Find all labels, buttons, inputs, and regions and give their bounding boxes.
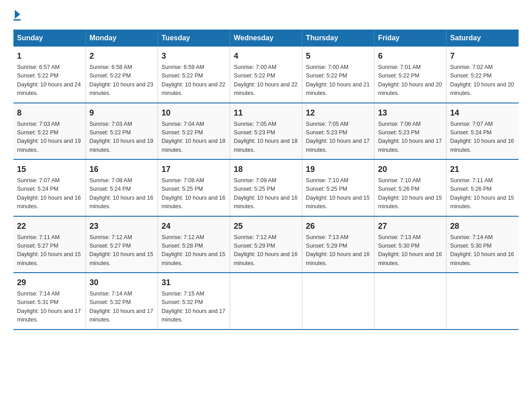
day-number: 22 [17,220,82,232]
calendar-cell: 29Sunrise: 7:14 AMSunset: 5:31 PMDayligh… [13,273,86,330]
day-number: 26 [306,220,370,232]
day-number: 14 [450,107,515,119]
day-info: Sunrise: 7:11 AMSunset: 5:26 PMDaylight:… [450,176,515,211]
calendar-cell [446,273,519,330]
day-number: 3 [162,50,226,62]
calendar-cell: 15Sunrise: 7:07 AMSunset: 5:24 PMDayligh… [13,159,86,216]
day-info: Sunrise: 6:57 AMSunset: 5:22 PMDaylight:… [17,63,82,98]
day-info: Sunrise: 6:58 AMSunset: 5:22 PMDaylight:… [90,63,154,98]
day-info: Sunrise: 7:08 AMSunset: 5:24 PMDaylight:… [90,176,154,211]
day-number: 27 [378,220,442,232]
calendar-cell: 11Sunrise: 7:05 AMSunset: 5:23 PMDayligh… [230,103,302,160]
day-number: 21 [450,163,515,176]
calendar-cell: 20Sunrise: 7:10 AMSunset: 5:26 PMDayligh… [374,159,446,216]
day-info: Sunrise: 7:07 AMSunset: 5:24 PMDaylight:… [17,176,82,211]
day-info: Sunrise: 7:13 AMSunset: 5:29 PMDaylight:… [306,233,370,268]
day-info: Sunrise: 7:07 AMSunset: 5:24 PMDaylight:… [450,120,515,155]
calendar-cell: 12Sunrise: 7:05 AMSunset: 5:23 PMDayligh… [302,103,374,160]
day-info: Sunrise: 7:02 AMSunset: 5:22 PMDaylight:… [450,63,515,98]
day-info: Sunrise: 7:14 AMSunset: 5:30 PMDaylight:… [450,233,515,268]
day-number: 11 [234,107,298,119]
calendar-cell: 30Sunrise: 7:14 AMSunset: 5:32 PMDayligh… [86,273,158,330]
calendar-cell: 26Sunrise: 7:13 AMSunset: 5:29 PMDayligh… [302,216,374,273]
day-number: 7 [450,50,515,62]
calendar-cell: 27Sunrise: 7:13 AMSunset: 5:30 PMDayligh… [374,216,446,273]
day-info: Sunrise: 7:04 AMSunset: 5:22 PMDaylight:… [162,120,226,155]
day-number: 28 [450,220,515,232]
page-header [13,9,519,21]
day-number: 1 [17,50,82,62]
day-info: Sunrise: 7:10 AMSunset: 5:26 PMDaylight:… [378,176,442,211]
calendar-cell: 17Sunrise: 7:08 AMSunset: 5:25 PMDayligh… [158,159,230,216]
calendar-cell [374,273,446,330]
day-info: Sunrise: 7:06 AMSunset: 5:23 PMDaylight:… [378,120,442,155]
day-number: 16 [90,163,154,176]
calendar-cell: 9Sunrise: 7:03 AMSunset: 5:22 PMDaylight… [86,103,158,160]
calendar-cell: 19Sunrise: 7:10 AMSunset: 5:25 PMDayligh… [302,159,374,216]
day-info: Sunrise: 7:14 AMSunset: 5:31 PMDaylight:… [17,290,82,325]
calendar-cell: 3Sunrise: 6:59 AMSunset: 5:22 PMDaylight… [158,47,230,103]
header-monday: Monday [86,30,158,47]
calendar-cell: 1Sunrise: 6:57 AMSunset: 5:22 PMDaylight… [13,47,86,103]
day-number: 8 [17,107,82,119]
calendar-cell: 22Sunrise: 7:11 AMSunset: 5:27 PMDayligh… [13,216,86,273]
day-info: Sunrise: 6:59 AMSunset: 5:22 PMDaylight:… [162,63,226,98]
calendar-cell: 28Sunrise: 7:14 AMSunset: 5:30 PMDayligh… [446,216,519,273]
day-info: Sunrise: 7:03 AMSunset: 5:22 PMDaylight:… [17,120,82,155]
day-info: Sunrise: 7:15 AMSunset: 5:32 PMDaylight:… [162,290,226,325]
day-info: Sunrise: 7:01 AMSunset: 5:22 PMDaylight:… [378,63,442,98]
calendar-cell: 13Sunrise: 7:06 AMSunset: 5:23 PMDayligh… [374,103,446,160]
week-row-4: 22Sunrise: 7:11 AMSunset: 5:27 PMDayligh… [13,216,519,273]
calendar-cell: 7Sunrise: 7:02 AMSunset: 5:22 PMDaylight… [446,47,519,103]
day-number: 6 [378,50,442,62]
calendar-header-row: SundayMondayTuesdayWednesdayThursdayFrid… [13,30,519,47]
day-number: 2 [90,50,154,62]
week-row-2: 8Sunrise: 7:03 AMSunset: 5:22 PMDaylight… [13,103,519,160]
day-number: 20 [378,163,442,176]
calendar-cell: 31Sunrise: 7:15 AMSunset: 5:32 PMDayligh… [158,273,230,330]
day-number: 30 [90,277,154,289]
day-number: 29 [17,277,82,289]
calendar-cell: 4Sunrise: 7:00 AMSunset: 5:22 PMDaylight… [230,47,302,103]
day-info: Sunrise: 7:08 AMSunset: 5:25 PMDaylight:… [162,176,226,211]
calendar-cell: 2Sunrise: 6:58 AMSunset: 5:22 PMDaylight… [86,47,158,103]
day-number: 17 [162,163,226,176]
calendar-cell: 25Sunrise: 7:12 AMSunset: 5:29 PMDayligh… [230,216,302,273]
header-thursday: Thursday [302,30,374,47]
day-number: 10 [162,107,226,119]
header-saturday: Saturday [446,30,519,47]
calendar-cell: 16Sunrise: 7:08 AMSunset: 5:24 PMDayligh… [86,159,158,216]
logo-blue-text [13,19,21,21]
calendar-cell: 6Sunrise: 7:01 AMSunset: 5:22 PMDaylight… [374,47,446,103]
day-number: 9 [90,107,154,119]
calendar-cell: 21Sunrise: 7:11 AMSunset: 5:26 PMDayligh… [446,159,519,216]
calendar-cell [230,273,302,330]
calendar-cell [302,273,374,330]
day-info: Sunrise: 7:13 AMSunset: 5:30 PMDaylight:… [378,233,442,268]
day-info: Sunrise: 7:12 AMSunset: 5:27 PMDaylight:… [90,233,154,268]
week-row-1: 1Sunrise: 6:57 AMSunset: 5:22 PMDaylight… [13,47,519,103]
header-tuesday: Tuesday [158,30,230,47]
day-info: Sunrise: 7:12 AMSunset: 5:28 PMDaylight:… [162,233,226,268]
day-info: Sunrise: 7:10 AMSunset: 5:25 PMDaylight:… [306,176,370,211]
day-number: 24 [162,220,226,232]
logo-arrow-icon [15,10,20,19]
day-number: 25 [234,220,298,232]
day-number: 13 [378,107,442,119]
day-info: Sunrise: 7:03 AMSunset: 5:22 PMDaylight:… [90,120,154,155]
day-number: 4 [234,50,298,62]
day-number: 12 [306,107,370,119]
day-info: Sunrise: 7:12 AMSunset: 5:29 PMDaylight:… [234,233,298,268]
header-friday: Friday [374,30,446,47]
calendar-cell: 23Sunrise: 7:12 AMSunset: 5:27 PMDayligh… [86,216,158,273]
header-sunday: Sunday [13,30,86,47]
week-row-3: 15Sunrise: 7:07 AMSunset: 5:24 PMDayligh… [13,159,519,216]
day-number: 19 [306,163,370,176]
day-number: 5 [306,50,370,62]
day-number: 15 [17,163,82,176]
calendar-cell: 10Sunrise: 7:04 AMSunset: 5:22 PMDayligh… [158,103,230,160]
day-number: 18 [234,163,298,176]
day-info: Sunrise: 7:00 AMSunset: 5:22 PMDaylight:… [234,63,298,98]
logo [13,9,21,21]
day-number: 31 [162,277,226,289]
